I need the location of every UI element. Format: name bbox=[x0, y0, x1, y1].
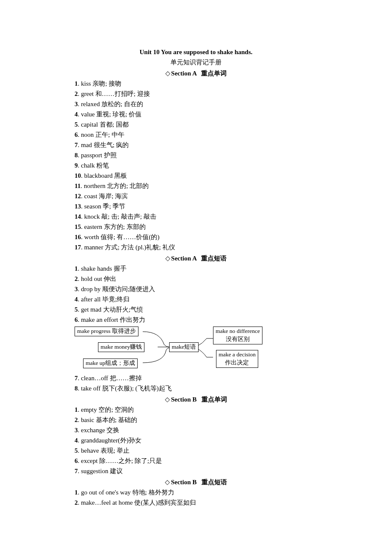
diamond-icon: ◇ bbox=[165, 479, 170, 486]
list-item: 6. make an effort 作出努力 bbox=[75, 315, 317, 325]
section-heading-tail: 重点短语 bbox=[201, 255, 227, 262]
phrase-list-a-cont: 7. clean…off 把……擦掉 8. take off 脱下(衣服); (… bbox=[75, 373, 317, 393]
unit-subtitle: 单元知识背记手册 bbox=[75, 57, 317, 67]
list-item: 7. suggestion 建议 bbox=[75, 466, 317, 476]
diagram-box: make up组成；形成 bbox=[83, 358, 138, 368]
list-item: 3. drop by 顺便访问;随便进入 bbox=[75, 284, 317, 294]
diamond-icon: ◇ bbox=[165, 255, 170, 262]
section-heading-tail: 重点单词 bbox=[201, 70, 227, 77]
list-item: 4. value 重视; 珍视; 价值 bbox=[75, 109, 317, 119]
list-item: 16. worth 值得; 有……价值(的) bbox=[75, 232, 317, 242]
diagram-box: make progress 取得进步 bbox=[75, 327, 138, 336]
list-item: 1. empty 空的; 空洞的 bbox=[75, 405, 317, 415]
document-page: Unit 10 You are supposed to shake hands.… bbox=[0, 0, 392, 555]
list-item: 1. kiss 亲吻; 接吻 bbox=[75, 78, 317, 89]
list-item: 3. relaxed 放松的; 自在的 bbox=[75, 99, 317, 109]
list-item: 8. take off 脱下(衣服); (飞机等)起飞 bbox=[75, 383, 317, 393]
list-item: 3. exchange 交换 bbox=[75, 425, 317, 435]
list-item: 1. go out of one's way 特地; 格外努力 bbox=[75, 487, 317, 497]
list-item: 2. make…feel at home 使(某人)感到宾至如归 bbox=[75, 497, 317, 508]
diagram-center: make短语 bbox=[169, 342, 199, 352]
section-heading-main: Section A bbox=[171, 70, 197, 77]
list-item: 5. get mad 大动肝火;气愤 bbox=[75, 304, 317, 315]
list-item: 17. manner 方式; 方法 (pl.)礼貌; 礼仪 bbox=[75, 242, 317, 252]
section-heading: ◇Section B 重点单词 bbox=[75, 394, 317, 405]
list-item: 12. coast 海岸; 海滨 bbox=[75, 191, 317, 201]
list-item: 11. northern 北方的; 北部的 bbox=[75, 181, 317, 191]
list-item: 9. chalk 粉笔 bbox=[75, 160, 317, 171]
list-item: 2. hold out 伸出 bbox=[75, 274, 317, 284]
diamond-icon: ◇ bbox=[165, 70, 170, 77]
diagram-box: make no difference没有区别 bbox=[213, 327, 262, 344]
list-item: 13. season 季; 季节 bbox=[75, 201, 317, 211]
list-item: 7. clean…off 把……擦掉 bbox=[75, 373, 317, 383]
list-item: 6. noon 正午; 中午 bbox=[75, 130, 317, 140]
section-heading-tail: 重点短语 bbox=[202, 479, 227, 486]
section-heading: ◇Section B 重点短语 bbox=[75, 477, 317, 487]
section-heading: ◇Section A 重点短语 bbox=[75, 253, 317, 263]
section-heading: ◇Section A 重点单词 bbox=[75, 68, 317, 78]
list-item: 4. granddaughter(外)孙女 bbox=[75, 435, 317, 445]
list-item: 5. behave 表现; 举止 bbox=[75, 445, 317, 456]
list-item: 2. greet 和……打招呼; 迎接 bbox=[75, 89, 317, 99]
phrase-list-a: 1. shake hands 握手 2. hold out 伸出 3. drop… bbox=[75, 263, 317, 325]
vocab-list-a: 1. kiss 亲吻; 接吻 2. greet 和……打招呼; 迎接 3. re… bbox=[75, 78, 317, 252]
section-heading-main: Section A bbox=[171, 255, 197, 262]
list-item: 6. except 除……之外; 除了;只是 bbox=[75, 456, 317, 466]
diamond-icon: ◇ bbox=[165, 396, 170, 403]
section-heading-main: Section B bbox=[171, 479, 196, 486]
diagram-box: make money赚钱 bbox=[98, 342, 144, 352]
phrase-list-b: 1. go out of one's way 特地; 格外努力 2. make…… bbox=[75, 487, 317, 508]
list-item: 7. mad 很生气; 疯的 bbox=[75, 140, 317, 150]
make-phrase-diagram: make progress 取得进步 make money赚钱 make up组… bbox=[75, 327, 271, 371]
diagram-box: make a decision作出决定 bbox=[216, 350, 258, 368]
unit-title: Unit 10 You are supposed to shake hands. bbox=[75, 47, 317, 57]
vocab-list-b: 1. empty 空的; 空洞的 2. basic 基本的; 基础的 3. ex… bbox=[75, 405, 317, 476]
section-heading-tail: 重点单词 bbox=[202, 396, 227, 403]
list-item: 5. capital 首都; 国都 bbox=[75, 119, 317, 130]
list-item: 1. shake hands 握手 bbox=[75, 263, 317, 274]
list-item: 10. blackboard 黑板 bbox=[75, 171, 317, 181]
section-heading-main: Section B bbox=[171, 396, 196, 403]
list-item: 2. basic 基本的; 基础的 bbox=[75, 415, 317, 425]
list-item: 14. knock 敲; 击; 敲击声; 敲击 bbox=[75, 211, 317, 222]
list-item: 4. after all 毕竟;终归 bbox=[75, 294, 317, 304]
list-item: 8. passport 护照 bbox=[75, 150, 317, 160]
list-item: 15. eastern 东方的; 东部的 bbox=[75, 222, 317, 232]
